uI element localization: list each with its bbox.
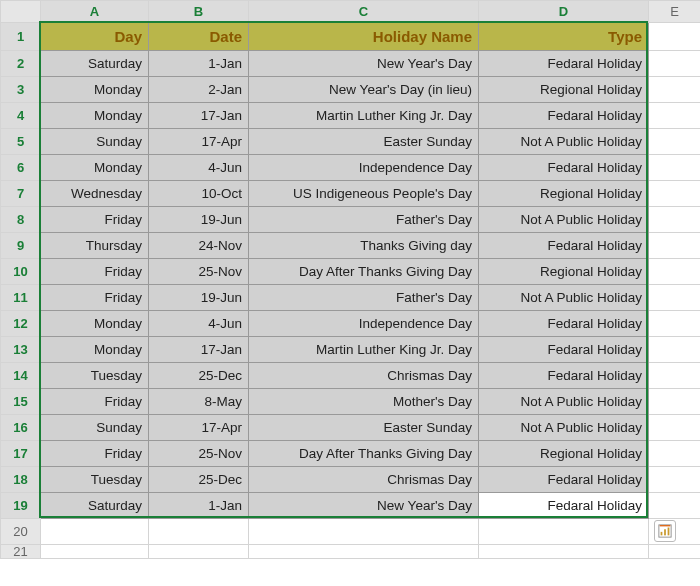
cell-E5[interactable]	[649, 129, 700, 155]
cell-C6[interactable]: Independence Day	[249, 155, 479, 181]
cell-E2[interactable]	[649, 51, 700, 77]
cell-E12[interactable]	[649, 311, 700, 337]
header-cell-C[interactable]: Holiday Name	[249, 23, 479, 51]
cell-B6[interactable]: 4-Jun	[149, 155, 249, 181]
cell-A12[interactable]: Monday	[41, 311, 149, 337]
cell-A2[interactable]: Saturday	[41, 51, 149, 77]
cell-A21[interactable]	[41, 545, 149, 559]
cell-A17[interactable]: Friday	[41, 441, 149, 467]
column-header-B[interactable]: B	[149, 1, 249, 23]
cell-C5[interactable]: Easter Sunday	[249, 129, 479, 155]
cell-D15[interactable]: Not A Public Holiday	[479, 389, 649, 415]
cell-C13[interactable]: Martin Luther King Jr. Day	[249, 337, 479, 363]
cell-C4[interactable]: Martin Luther King Jr. Day	[249, 103, 479, 129]
cell-B5[interactable]: 17-Apr	[149, 129, 249, 155]
cell-E21[interactable]	[649, 545, 700, 559]
row-header-13[interactable]: 13	[1, 337, 41, 363]
cell-B3[interactable]: 2-Jan	[149, 77, 249, 103]
cell-D16[interactable]: Not A Public Holiday	[479, 415, 649, 441]
cell-B21[interactable]	[149, 545, 249, 559]
row-header-20[interactable]: 20	[1, 519, 41, 545]
cell-A14[interactable]: Tuesday	[41, 363, 149, 389]
cell-B9[interactable]: 24-Nov	[149, 233, 249, 259]
row-header-17[interactable]: 17	[1, 441, 41, 467]
row-header-9[interactable]: 9	[1, 233, 41, 259]
row-header-5[interactable]: 5	[1, 129, 41, 155]
row-header-2[interactable]: 2	[1, 51, 41, 77]
cell-C17[interactable]: Day After Thanks Giving Day	[249, 441, 479, 467]
cell-B12[interactable]: 4-Jun	[149, 311, 249, 337]
cell-C8[interactable]: Father's Day	[249, 207, 479, 233]
cell-A13[interactable]: Monday	[41, 337, 149, 363]
row-header-3[interactable]: 3	[1, 77, 41, 103]
cell-C7[interactable]: US Indigeneous People's Day	[249, 181, 479, 207]
header-cell-D[interactable]: Type	[479, 23, 649, 51]
cell-B4[interactable]: 17-Jan	[149, 103, 249, 129]
cell-E9[interactable]	[649, 233, 700, 259]
cell-E6[interactable]	[649, 155, 700, 181]
cell-D10[interactable]: Regional Holiday	[479, 259, 649, 285]
cell-D7[interactable]: Regional Holiday	[479, 181, 649, 207]
cell-E4[interactable]	[649, 103, 700, 129]
cell-D9[interactable]: Fedaral Holiday	[479, 233, 649, 259]
cell-D3[interactable]: Regional Holiday	[479, 77, 649, 103]
row-header-7[interactable]: 7	[1, 181, 41, 207]
cell-D8[interactable]: Not A Public Holiday	[479, 207, 649, 233]
cell-A6[interactable]: Monday	[41, 155, 149, 181]
cell-D12[interactable]: Fedaral Holiday	[479, 311, 649, 337]
row-header-21[interactable]: 21	[1, 545, 41, 559]
cell-E16[interactable]	[649, 415, 700, 441]
cell-D20[interactable]	[479, 519, 649, 545]
quick-analysis-button[interactable]	[654, 520, 676, 542]
cell-B13[interactable]: 17-Jan	[149, 337, 249, 363]
row-header-14[interactable]: 14	[1, 363, 41, 389]
cell-C3[interactable]: New Year's Day (in lieu)	[249, 77, 479, 103]
row-header-11[interactable]: 11	[1, 285, 41, 311]
cell-B7[interactable]: 10-Oct	[149, 181, 249, 207]
cell-D17[interactable]: Regional Holiday	[479, 441, 649, 467]
cell-E13[interactable]	[649, 337, 700, 363]
cell-A4[interactable]: Monday	[41, 103, 149, 129]
cell-C16[interactable]: Easter Sunday	[249, 415, 479, 441]
cell-C14[interactable]: Chrismas Day	[249, 363, 479, 389]
cell-E7[interactable]	[649, 181, 700, 207]
cell-A15[interactable]: Friday	[41, 389, 149, 415]
row-header-1[interactable]: 1	[1, 23, 41, 51]
column-header-E[interactable]: E	[649, 1, 700, 23]
cell-D2[interactable]: Fedaral Holiday	[479, 51, 649, 77]
row-header-12[interactable]: 12	[1, 311, 41, 337]
header-cell-A[interactable]: Day	[41, 23, 149, 51]
cell-B17[interactable]: 25-Nov	[149, 441, 249, 467]
column-header-C[interactable]: C	[249, 1, 479, 23]
cell-B11[interactable]: 19-Jun	[149, 285, 249, 311]
header-cell-B[interactable]: Date	[149, 23, 249, 51]
cell-B8[interactable]: 19-Jun	[149, 207, 249, 233]
cell-A8[interactable]: Friday	[41, 207, 149, 233]
cell-E19[interactable]	[649, 493, 700, 519]
cell-D14[interactable]: Fedaral Holiday	[479, 363, 649, 389]
cell-C20[interactable]	[249, 519, 479, 545]
cell-E11[interactable]	[649, 285, 700, 311]
cell-C9[interactable]: Thanks Giving day	[249, 233, 479, 259]
cell-D19[interactable]: Fedaral Holiday	[479, 493, 649, 519]
cell-D18[interactable]: Fedaral Holiday	[479, 467, 649, 493]
cell-D11[interactable]: Not A Public Holiday	[479, 285, 649, 311]
cell-A16[interactable]: Sunday	[41, 415, 149, 441]
row-header-18[interactable]: 18	[1, 467, 41, 493]
row-header-19[interactable]: 19	[1, 493, 41, 519]
cell-A7[interactable]: Wednesday	[41, 181, 149, 207]
cell-B19[interactable]: 1-Jan	[149, 493, 249, 519]
cell-C18[interactable]: Chrismas Day	[249, 467, 479, 493]
column-header-D[interactable]: D	[479, 1, 649, 23]
cell-E3[interactable]	[649, 77, 700, 103]
cell-D13[interactable]: Fedaral Holiday	[479, 337, 649, 363]
cell-A11[interactable]: Friday	[41, 285, 149, 311]
cell-A9[interactable]: Thursday	[41, 233, 149, 259]
cell-B15[interactable]: 8-May	[149, 389, 249, 415]
cell-A18[interactable]: Tuesday	[41, 467, 149, 493]
row-header-4[interactable]: 4	[1, 103, 41, 129]
cell-B14[interactable]: 25-Dec	[149, 363, 249, 389]
cell-E1[interactable]	[649, 23, 700, 51]
cell-C2[interactable]: New Year's Day	[249, 51, 479, 77]
cell-E10[interactable]	[649, 259, 700, 285]
